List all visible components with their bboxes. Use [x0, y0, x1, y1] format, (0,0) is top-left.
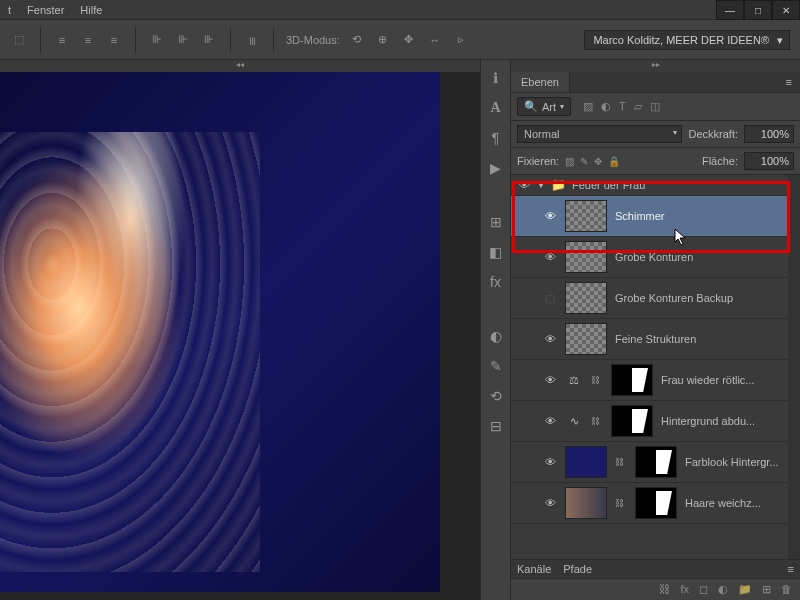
lock-position-icon[interactable]: ✥: [594, 156, 602, 167]
paragraph-icon[interactable]: ¶: [486, 128, 506, 148]
panel-collapse[interactable]: ▸▸: [511, 60, 800, 72]
character-icon[interactable]: A: [486, 98, 506, 118]
visibility-icon[interactable]: 👁: [543, 374, 557, 386]
filter-shape-icon[interactable]: ▱: [634, 100, 642, 113]
canvas-area[interactable]: ◂◂: [0, 60, 480, 600]
visibility-icon[interactable]: 👁: [543, 415, 557, 427]
spacing-icon[interactable]: ⫼: [243, 31, 261, 49]
layer-row[interactable]: 👁 ⚖ ⛓ Frau wieder rötlic...: [511, 360, 788, 401]
group-arrow-icon[interactable]: ▼: [537, 181, 545, 190]
layer-name[interactable]: Schimmer: [615, 210, 782, 222]
mask-thumbnail[interactable]: [635, 446, 677, 478]
layer-name[interactable]: Grobe Konturen Backup: [615, 292, 782, 304]
color-icon[interactable]: ◧: [486, 242, 506, 262]
tab-paths[interactable]: Pfade: [563, 563, 592, 575]
fill-thumbnail[interactable]: [565, 446, 607, 478]
link-layers-icon[interactable]: ⛓: [659, 583, 670, 596]
info-icon[interactable]: ℹ: [486, 68, 506, 88]
layer-row[interactable]: ▢ Grobe Konturen Backup: [511, 278, 788, 319]
properties-icon[interactable]: ⊟: [486, 416, 506, 436]
swatches-icon[interactable]: ⊞: [486, 212, 506, 232]
visibility-icon[interactable]: ▢: [543, 292, 557, 305]
menu-item-t[interactable]: t: [8, 4, 11, 16]
layer-row-schimmer[interactable]: 👁 Schimmer: [511, 196, 788, 237]
lock-paint-icon[interactable]: ✎: [580, 156, 588, 167]
pan-icon[interactable]: ✥: [400, 31, 418, 49]
new-layer-icon[interactable]: ⊞: [762, 583, 771, 596]
filter-type-icon[interactable]: T: [619, 100, 626, 113]
brushes-icon[interactable]: ✎: [486, 356, 506, 376]
visibility-icon[interactable]: 👁: [543, 497, 557, 509]
slide-icon[interactable]: ↔: [426, 31, 444, 49]
fill-input[interactable]: 100%: [744, 152, 794, 170]
blend-mode-dropdown[interactable]: Normal: [517, 125, 682, 143]
layer-name[interactable]: Hintergrund abdu...: [661, 415, 782, 427]
visibility-icon[interactable]: 👁: [543, 333, 557, 345]
layer-name[interactable]: Frau wieder rötlic...: [661, 374, 782, 386]
orbit-icon[interactable]: ⟲: [348, 31, 366, 49]
layer-row[interactable]: 👁 ⛓ Haare weichz...: [511, 483, 788, 524]
zoom-icon[interactable]: ▹: [452, 31, 470, 49]
lock-all-icon[interactable]: 🔒: [608, 156, 620, 167]
filter-adjust-icon[interactable]: ◐: [601, 100, 611, 113]
panel-menu-icon[interactable]: ≡: [778, 72, 800, 92]
layer-row[interactable]: 👁 Grobe Konturen: [511, 237, 788, 278]
panel-menu-icon[interactable]: ≡: [788, 563, 794, 575]
opacity-input[interactable]: 100%: [744, 125, 794, 143]
menu-hilfe[interactable]: Hilfe: [80, 4, 102, 16]
layer-name[interactable]: Grobe Konturen: [615, 251, 782, 263]
collapse-toggle[interactable]: ◂◂: [0, 60, 480, 72]
layer-thumbnail[interactable]: [565, 487, 607, 519]
mask-thumbnail[interactable]: [611, 364, 653, 396]
filter-smart-icon[interactable]: ◫: [650, 100, 660, 113]
fx-icon[interactable]: fx: [680, 583, 689, 596]
visibility-icon[interactable]: 👁: [543, 456, 557, 468]
align-icon-2[interactable]: ≡: [79, 31, 97, 49]
maximize-button[interactable]: □: [744, 0, 772, 20]
visibility-icon[interactable]: 👁: [543, 210, 557, 222]
workspace-preset-dropdown[interactable]: Marco Kolditz, MEER DER IDEEN®: [584, 30, 790, 50]
curves-icon: ∿: [565, 415, 583, 428]
layer-filter-dropdown[interactable]: 🔍 Art ▾: [517, 97, 571, 116]
tab-channels[interactable]: Kanäle: [517, 563, 551, 575]
close-button[interactable]: ✕: [772, 0, 800, 20]
layer-name[interactable]: Farblook Hintergr...: [685, 456, 782, 468]
visibility-icon[interactable]: 👁: [543, 251, 557, 263]
group-icon[interactable]: 📁: [738, 583, 752, 596]
align-icon[interactable]: ≡: [53, 31, 71, 49]
scrollbar[interactable]: [788, 175, 800, 559]
distribute-icon[interactable]: ⊪: [148, 31, 166, 49]
distribute-icon-2[interactable]: ⊪: [174, 31, 192, 49]
layer-name[interactable]: Feine Strukturen: [615, 333, 782, 345]
mask-thumbnail[interactable]: [635, 487, 677, 519]
play-icon[interactable]: ▶: [486, 158, 506, 178]
filter-pixel-icon[interactable]: ▨: [583, 100, 593, 113]
mask-thumbnail[interactable]: [611, 405, 653, 437]
group-name[interactable]: Feuer der Frau: [572, 179, 782, 191]
layer-row[interactable]: 👁 ∿ ⛓ Hintergrund abdu...: [511, 401, 788, 442]
visibility-icon[interactable]: 👁: [517, 179, 531, 191]
adjustments-icon[interactable]: ◐: [486, 326, 506, 346]
history-icon[interactable]: ⟲: [486, 386, 506, 406]
menu-fenster[interactable]: Fenster: [27, 4, 64, 16]
mask-icon[interactable]: ◻: [699, 583, 708, 596]
adjustment-icon[interactable]: ◐: [718, 583, 728, 596]
delete-icon[interactable]: 🗑: [781, 583, 792, 596]
layer-row[interactable]: 👁 ⛓ Farblook Hintergr...: [511, 442, 788, 483]
tab-layers[interactable]: Ebenen: [511, 72, 570, 92]
distribute-icon-3[interactable]: ⊪: [200, 31, 218, 49]
layer-thumbnail[interactable]: [565, 323, 607, 355]
layer-group-header[interactable]: 👁 ▼ 📁 Feuer der Frau: [511, 175, 788, 196]
styles-icon[interactable]: fx: [486, 272, 506, 292]
minimize-button[interactable]: —: [716, 0, 744, 20]
layer-thumbnail[interactable]: [565, 241, 607, 273]
layer-row[interactable]: 👁 Feine Strukturen: [511, 319, 788, 360]
align-icon-3[interactable]: ≡: [105, 31, 123, 49]
layer-name[interactable]: Haare weichz...: [685, 497, 782, 509]
roll-icon[interactable]: ⊕: [374, 31, 392, 49]
layer-thumbnail[interactable]: [565, 282, 607, 314]
document-canvas[interactable]: [0, 72, 440, 592]
tool-icon[interactable]: ⬚: [10, 31, 28, 49]
lock-transparent-icon[interactable]: ▨: [565, 156, 574, 167]
layer-thumbnail[interactable]: [565, 200, 607, 232]
